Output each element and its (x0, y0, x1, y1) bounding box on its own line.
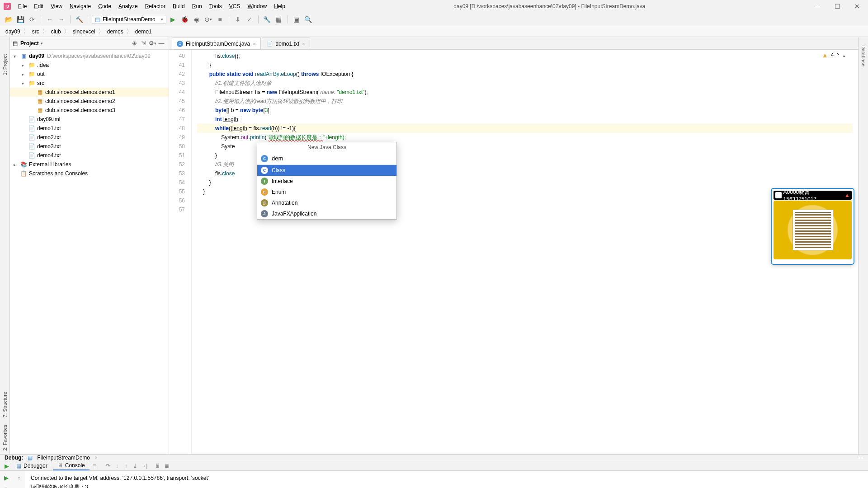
breadcrumb-item[interactable]: club (51, 28, 61, 35)
rerun-icon[interactable]: ▶ (3, 462, 11, 470)
tree-item[interactable]: ▦club.sinoexcel.demos.demo1 (10, 88, 169, 97)
locate-icon[interactable]: ⊕ (130, 39, 139, 48)
search-icon[interactable]: 🔍 (303, 14, 313, 24)
debug-console-output[interactable]: Connected to the target VM, address: '12… (25, 471, 868, 488)
run-anything-icon[interactable]: ▣ (292, 14, 302, 24)
forward-icon[interactable]: → (57, 14, 66, 24)
popup-option-enum[interactable]: EEnum (257, 187, 396, 197)
popup-option-interface[interactable]: IInterface (257, 176, 396, 187)
database-tool-tab[interactable]: Database (860, 42, 867, 70)
scroll-up-icon[interactable]: ↑ (15, 474, 23, 482)
tree-item[interactable]: ▾📁src (10, 79, 169, 88)
menu-vcs[interactable]: VCS (226, 3, 244, 9)
tree-item[interactable]: ▦club.sinoexcel.demos.demo3 (10, 106, 169, 115)
console-tab[interactable]: 🖥Console (53, 461, 90, 470)
popup-option-annotation[interactable]: @Annotation (257, 197, 396, 208)
project-structure-icon[interactable]: ▦ (274, 14, 284, 24)
step-out-icon[interactable]: ↑ (122, 462, 130, 470)
profile-icon[interactable]: ⊙▾ (203, 14, 213, 24)
popup-option-class[interactable]: CClass (257, 165, 396, 176)
favorites-tool-tab[interactable]: 2: Favorites (1, 421, 9, 454)
tree-item[interactable]: ▦club.sinoexcel.demos.demo2 (10, 97, 169, 106)
back-icon[interactable]: ← (45, 14, 55, 24)
menu-code[interactable]: Code (94, 3, 115, 9)
external-libraries[interactable]: ▸ 📚 External Libraries (10, 160, 169, 169)
editor-tab[interactable]: CFileInputStreamDemo.java× (172, 38, 261, 49)
code-view[interactable]: fis.close(); } public static void readAr… (192, 50, 858, 454)
structure-tool-tab[interactable]: 7: Structure (1, 388, 9, 421)
evaluate-icon[interactable]: 🖩 (154, 462, 162, 470)
menu-navigate[interactable]: Navigate (66, 3, 94, 9)
editor-body[interactable]: 404142434445464748495051525354555657 fis… (169, 50, 858, 454)
run-to-cursor-icon[interactable]: →| (140, 462, 148, 470)
tab-close-icon[interactable]: × (253, 41, 255, 47)
hide-debug-panel-icon[interactable]: — (858, 455, 863, 461)
step-over-icon[interactable]: ↷ (104, 462, 112, 470)
open-icon[interactable]: 📂 (4, 14, 14, 24)
tree-root[interactable]: ▾ ▣ day09 D:\workspaces\javabaseenhance\… (10, 52, 169, 61)
collapse-icon[interactable]: ⇲ (139, 39, 148, 48)
menu-view[interactable]: View (47, 3, 66, 9)
settings-icon[interactable]: 🔧 (262, 14, 272, 24)
resume-icon[interactable]: ▶ (2, 474, 10, 482)
tree-item[interactable]: ▸📁.idea (10, 61, 169, 70)
git-update-icon[interactable]: ⬇ (233, 14, 243, 24)
tab-close-icon[interactable]: × (302, 41, 305, 47)
scratches-consoles[interactable]: 📋 Scratches and Consoles (10, 169, 169, 178)
menu-edit[interactable]: Edit (30, 3, 47, 9)
problems-indicator[interactable]: ▲ 4 ^ ⌄ (822, 52, 846, 59)
scroll-down-icon[interactable]: ↓ (15, 485, 23, 488)
debug-icon[interactable]: 🐞 (180, 14, 190, 24)
refresh-icon[interactable]: ⟳ (27, 14, 37, 24)
qr-image (774, 201, 852, 259)
tree-item[interactable]: ▸📁out (10, 70, 169, 79)
settings-gear-icon[interactable]: ⚙▾ (148, 39, 157, 48)
stop-icon[interactable]: ■ (215, 14, 225, 24)
hide-panel-icon[interactable]: — (157, 39, 166, 48)
menu-run[interactable]: Run (189, 3, 206, 9)
run-configuration-selector[interactable]: ▤ FileInputStreamDemo ▾ (92, 15, 166, 24)
tree-item[interactable]: 📄demo2.txt (10, 133, 169, 142)
new-class-name-input[interactable] (271, 154, 393, 163)
step-into-icon[interactable]: ↓ (113, 462, 121, 470)
filter-icon[interactable]: ≡ (90, 462, 99, 470)
trace-icon[interactable]: ≣ (163, 462, 171, 470)
breadcrumb-item[interactable]: demo1 (135, 28, 152, 35)
pause-icon[interactable]: ‖ (2, 485, 10, 488)
menu-help[interactable]: Help (270, 3, 289, 9)
project-tree[interactable]: ▾ ▣ day09 D:\workspaces\javabaseenhance\… (10, 50, 169, 454)
chevron-up-icon[interactable]: ^ (836, 52, 839, 58)
chevron-down-icon[interactable]: ▾ (41, 41, 43, 46)
minimize-button[interactable]: — (810, 2, 825, 11)
force-step-icon[interactable]: ⤓ (131, 462, 139, 470)
run-icon[interactable]: ▶ (168, 14, 178, 24)
menu-refactor[interactable]: Refactor (142, 3, 169, 9)
coverage-icon[interactable]: ◉ (192, 14, 202, 24)
menu-tools[interactable]: Tools (206, 3, 226, 9)
tree-item[interactable]: 📄day09.iml (10, 115, 169, 124)
save-icon[interactable]: 💾 (15, 14, 25, 24)
project-tool-tab[interactable]: 1: Project (1, 51, 9, 79)
breadcrumb-item[interactable]: src (32, 28, 39, 35)
tree-item[interactable]: 📄demo1.txt (10, 124, 169, 133)
project-view-icon[interactable]: ▤ (13, 40, 18, 47)
breadcrumb-item[interactable]: day09 (5, 28, 20, 35)
popup-option-javafxapplication[interactable]: JJavaFXApplication (257, 208, 396, 219)
tree-item[interactable]: 📄demo4.txt (10, 151, 169, 160)
menu-file[interactable]: File (14, 3, 30, 9)
breadcrumb-item[interactable]: demos (107, 28, 123, 35)
chevron-down-icon[interactable]: ⌄ (842, 52, 846, 58)
close-button[interactable]: ✕ (850, 2, 864, 11)
editor-tab[interactable]: 📄demo1.txt× (262, 38, 310, 49)
tree-item[interactable]: 📄demo3.txt (10, 142, 169, 151)
git-commit-icon[interactable]: ✓ (245, 14, 255, 24)
debug-tab-close-icon[interactable]: × (94, 455, 98, 461)
breadcrumb-item[interactable]: sinoexcel (73, 28, 95, 35)
build-icon[interactable]: 🔨 (74, 14, 84, 24)
qr-overlay[interactable]: A0000晓曾 15633251017 ▲ (771, 188, 854, 265)
maximize-button[interactable]: ☐ (830, 2, 844, 11)
debugger-tab[interactable]: ▤Debugger (12, 462, 52, 470)
menu-window[interactable]: Window (244, 3, 270, 9)
menu-analyze[interactable]: Analyze (115, 3, 142, 9)
menu-build[interactable]: Build (169, 3, 189, 9)
